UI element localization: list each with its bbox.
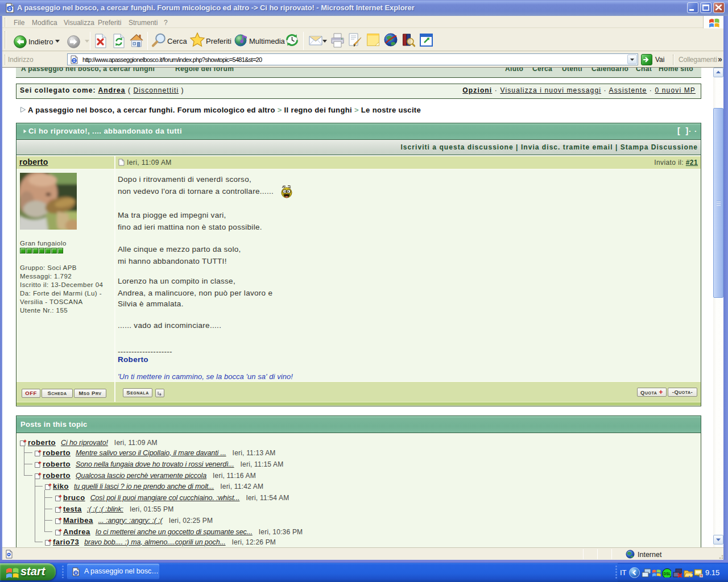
svg-text:DSL: DSL <box>664 572 671 576</box>
